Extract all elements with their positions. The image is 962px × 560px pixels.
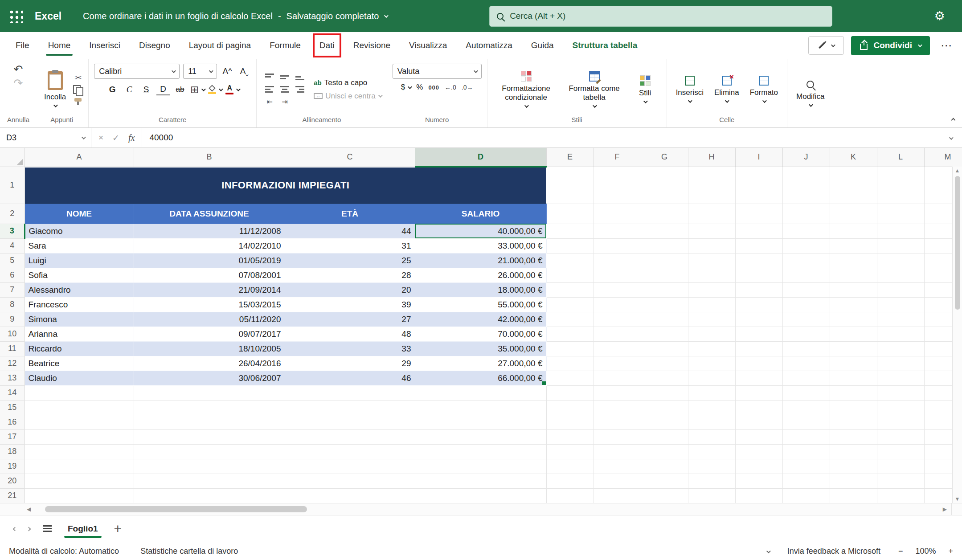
ribbon-tab[interactable]: File [6,32,39,59]
all-sheets-menu-button[interactable] [43,525,52,532]
cell-empty[interactable] [830,371,877,385]
cell-empty[interactable] [735,224,782,238]
table-header-name[interactable]: NOME [25,204,134,224]
cell-empty[interactable] [415,400,546,415]
conditional-formatting-button[interactable]: Formattazione condizionale [493,69,560,110]
horizontal-scrollbar[interactable]: ◀ ▶ [0,503,962,515]
cell-empty[interactable] [735,444,782,459]
horizontal-scroll-thumb[interactable] [45,506,307,512]
row-header[interactable]: 1 [0,167,25,204]
decrease-decimal-button[interactable]: .0→ [462,84,473,91]
cell-empty[interactable] [285,488,415,503]
cell-empty[interactable] [877,356,924,371]
cell-empty[interactable] [688,371,735,385]
zoom-out-button[interactable]: − [898,547,903,556]
cell-empty[interactable] [877,253,924,268]
cell-empty[interactable] [782,385,830,400]
cell-empty[interactable] [688,444,735,459]
editing-button[interactable]: Modifica [793,77,828,109]
row-header[interactable]: 5 [0,253,25,268]
cell-empty[interactable] [641,282,688,297]
row-header[interactable]: 18 [0,444,25,459]
cell-empty[interactable] [546,253,594,268]
cell-empty[interactable] [877,488,924,503]
cell-empty[interactable] [877,327,924,341]
cell-salary[interactable]: 66.000,00 € [415,371,546,385]
app-launcher-waffle-icon[interactable] [0,0,31,32]
fill-color-button[interactable] [208,86,222,94]
cell-empty[interactable] [594,444,641,459]
cell-empty[interactable] [134,385,285,400]
cell-empty[interactable] [830,385,877,400]
undo-button[interactable]: ↶ [14,64,23,75]
cell-empty[interactable] [594,341,641,356]
search-box[interactable] [489,6,832,27]
cell-age[interactable]: 48 [285,327,415,341]
cell-salary[interactable]: 40.000,00 € [415,224,546,238]
cell-empty[interactable] [877,385,924,400]
font-color-button[interactable]: A [225,85,239,94]
cell-name[interactable]: Simona [25,312,134,327]
cell-empty[interactable] [134,474,285,488]
title-chevron-down-icon[interactable] [384,13,389,18]
cell-empty[interactable] [735,312,782,327]
ribbon-tab[interactable]: Visualizza [400,32,456,59]
cell-empty[interactable] [877,415,924,429]
cell-empty[interactable] [735,341,782,356]
increase-font-size-button[interactable]: A^ [221,65,234,78]
cell-empty[interactable] [546,459,594,474]
cell-empty[interactable] [594,204,641,224]
row-header[interactable]: 14 [0,385,25,400]
cell-empty[interactable] [830,474,877,488]
cell-empty[interactable] [688,224,735,238]
send-feedback-button[interactable]: Invia feedback a Microsoft [787,547,880,556]
cell-empty[interactable] [134,459,285,474]
double-underline-button[interactable]: D [156,84,170,95]
cell-empty[interactable] [688,297,735,312]
column-header[interactable]: G [641,148,688,167]
cell-empty[interactable] [546,282,594,297]
table-header-date[interactable]: DATA ASSUNZIONE [134,204,285,224]
table-header-age[interactable]: ETÀ [285,204,415,224]
cell-empty[interactable] [782,459,830,474]
cell-empty[interactable] [877,238,924,253]
cell-empty[interactable] [830,444,877,459]
cell-empty[interactable] [594,459,641,474]
cell-empty[interactable] [830,282,877,297]
column-header[interactable]: K [830,148,877,167]
cell-empty[interactable] [782,488,830,503]
column-header[interactable]: C [285,148,415,167]
cell-empty[interactable] [134,429,285,444]
cell-empty[interactable] [688,474,735,488]
row-header[interactable]: 16 [0,415,25,429]
cell-empty[interactable] [782,204,830,224]
delete-cells-button[interactable]: × Elimina [711,74,743,105]
cell-styles-button[interactable]: Stili [629,73,661,106]
cell-salary[interactable]: 35.000,00 € [415,341,546,356]
zoom-level[interactable]: 100% [915,547,936,556]
cell-empty[interactable] [641,444,688,459]
cell-empty[interactable] [688,204,735,224]
column-header[interactable]: B [134,148,285,167]
cell-empty[interactable] [285,474,415,488]
cell-age[interactable]: 20 [285,282,415,297]
row-header[interactable]: 12 [0,356,25,371]
cell-empty[interactable] [641,400,688,415]
cell-empty[interactable] [688,253,735,268]
cell-hire-date[interactable]: 11/12/2008 [134,224,285,238]
vertical-scroll-thumb[interactable] [955,176,960,310]
row-header[interactable]: 9 [0,312,25,327]
italic-button[interactable]: C [123,83,136,96]
cell-salary[interactable]: 26.000,00 € [415,268,546,282]
status-options-button[interactable] [766,548,770,555]
row-header[interactable]: 13 [0,371,25,385]
cell-salary[interactable]: 42.000,00 € [415,312,546,327]
cell-empty[interactable] [782,312,830,327]
underline-button[interactable]: S [139,83,153,96]
cell-hire-date[interactable]: 14/02/2010 [134,238,285,253]
cell-empty[interactable] [641,268,688,282]
cell-empty[interactable] [546,327,594,341]
cell-empty[interactable] [782,356,830,371]
cell-hire-date[interactable]: 18/10/2005 [134,341,285,356]
column-header[interactable]: L [877,148,924,167]
